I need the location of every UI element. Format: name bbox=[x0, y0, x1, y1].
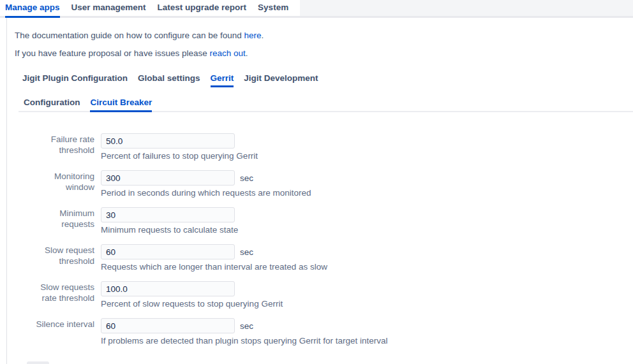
documentation-line-text: The documentation guide on how to config… bbox=[15, 31, 244, 40]
input-line: sec bbox=[101, 244, 327, 259]
documentation-line: The documentation guide on how to config… bbox=[15, 30, 633, 41]
failure-rate-threshold-label: Failure rate threshold bbox=[27, 133, 94, 156]
input-line: sec bbox=[101, 318, 388, 333]
tab-global-settings[interactable]: Global settings bbox=[138, 73, 200, 87]
circuit-breaker-form: Failure rate threshold Percent of failur… bbox=[27, 133, 633, 346]
slow-request-threshold-help: Requests which are longer than interval … bbox=[101, 262, 327, 272]
topnav-item-system[interactable]: System bbox=[258, 0, 288, 18]
content-panel: The documentation guide on how to config… bbox=[6, 18, 633, 364]
field-row-failure-rate-threshold: Failure rate threshold Percent of failur… bbox=[27, 133, 633, 161]
slow-requests-rate-threshold-input[interactable] bbox=[101, 281, 235, 296]
slow-requests-rate-threshold-help: Percent of slow requests to stop queryin… bbox=[101, 299, 283, 309]
intro-text: The documentation guide on how to config… bbox=[15, 30, 633, 59]
ok-button[interactable]: Ok bbox=[27, 361, 49, 364]
feedback-line-text: If you have feature proposal or have iss… bbox=[15, 48, 209, 58]
monitoring-window-suffix: sec bbox=[240, 173, 253, 183]
subtab-circuit-breaker[interactable]: Circuit Breaker bbox=[90, 98, 152, 112]
silence-interval-help: If problems are detected than plugin sto… bbox=[101, 336, 388, 346]
slow-request-threshold-suffix: sec bbox=[240, 247, 253, 257]
failure-rate-threshold-input[interactable] bbox=[101, 133, 235, 149]
field-main: sec If problems are detected than plugin… bbox=[101, 318, 388, 346]
failure-rate-threshold-help: Percent of failures to stop querying Ger… bbox=[101, 151, 258, 161]
input-line bbox=[101, 207, 240, 222]
minimum-requests-input[interactable] bbox=[101, 207, 235, 222]
monitoring-window-help: Period in seconds during which requests … bbox=[101, 188, 311, 198]
field-main: Minimum requests to calculate state bbox=[101, 207, 240, 235]
topnav-filler bbox=[300, 0, 633, 16]
tab-jigit-plugin-configuration[interactable]: Jigit Plugin Configuration bbox=[22, 73, 128, 87]
documentation-line-period: . bbox=[262, 31, 264, 40]
monitoring-window-label: Monitoring window bbox=[27, 170, 94, 193]
field-row-minimum-requests: Minimum requests Minimum requests to cal… bbox=[27, 207, 633, 235]
minimum-requests-label: Minimum requests bbox=[27, 207, 94, 229]
topnav-item-user-management[interactable]: User management bbox=[71, 0, 146, 18]
documentation-link[interactable]: here bbox=[244, 31, 262, 40]
tab-gerrit[interactable]: Gerrit bbox=[211, 73, 234, 87]
field-row-slow-request-threshold: Slow request threshold sec Requests whic… bbox=[27, 244, 633, 272]
silence-interval-label: Silence interval bbox=[27, 318, 94, 330]
field-main: Percent of slow requests to stop queryin… bbox=[101, 281, 283, 309]
silence-interval-input[interactable] bbox=[101, 318, 235, 333]
reach-out-link[interactable]: reach out bbox=[209, 48, 245, 58]
input-line: sec bbox=[101, 170, 311, 186]
silence-interval-suffix: sec bbox=[240, 321, 253, 331]
gerrit-subtabs: Configuration Circuit Breaker bbox=[19, 98, 633, 112]
field-row-silence-interval: Silence interval sec If problems are det… bbox=[27, 318, 633, 346]
tab-jigit-development[interactable]: Jigit Development bbox=[244, 73, 318, 87]
minimum-requests-help: Minimum requests to calculate state bbox=[101, 225, 240, 235]
field-row-monitoring-window: Monitoring window sec Period in seconds … bbox=[27, 170, 633, 198]
admin-top-nav: Manage apps User management Latest upgra… bbox=[0, 0, 633, 18]
feedback-line-period: . bbox=[246, 48, 248, 58]
input-line bbox=[101, 281, 283, 296]
topnav-item-latest-upgrade-report[interactable]: Latest upgrade report bbox=[158, 0, 247, 18]
topnav-item-manage-apps[interactable]: Manage apps bbox=[5, 0, 60, 18]
slow-requests-rate-threshold-label: Slow requests rate threshold bbox=[27, 281, 94, 303]
field-row-slow-requests-rate-threshold: Slow requests rate threshold Percent of … bbox=[27, 281, 633, 309]
field-main: Percent of failures to stop querying Ger… bbox=[101, 133, 258, 161]
field-main: sec Period in seconds during which reque… bbox=[101, 170, 311, 198]
subtab-configuration[interactable]: Configuration bbox=[24, 98, 80, 112]
field-main: sec Requests which are longer than inter… bbox=[101, 244, 327, 272]
monitoring-window-input[interactable] bbox=[101, 170, 235, 186]
feedback-line: If you have feature proposal or have iss… bbox=[15, 48, 633, 59]
plugin-tabs: Jigit Plugin Configuration Global settin… bbox=[22, 73, 633, 87]
slow-request-threshold-input[interactable] bbox=[101, 244, 235, 259]
slow-request-threshold-label: Slow request threshold bbox=[27, 244, 94, 266]
input-line bbox=[101, 133, 258, 149]
